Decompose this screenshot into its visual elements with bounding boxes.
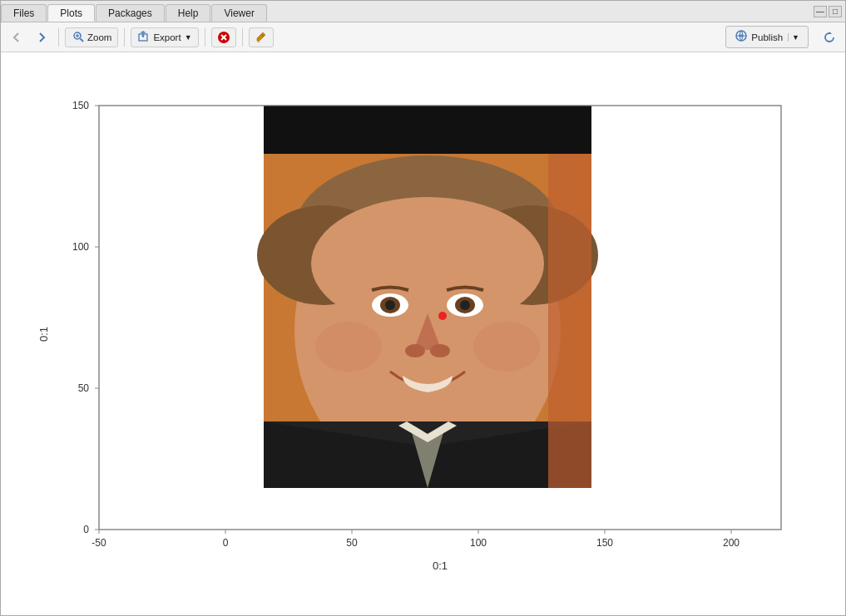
svg-point-39 <box>405 344 425 357</box>
tab-plots[interactable]: Plots <box>47 4 95 22</box>
window-controls: — □ <box>814 4 842 22</box>
zoom-icon <box>72 31 85 44</box>
x-tick-200: 200 <box>722 537 739 549</box>
tab-files[interactable]: Files <box>1 4 47 22</box>
back-icon <box>11 32 22 43</box>
svg-point-38 <box>460 300 470 310</box>
svg-point-32 <box>311 197 544 330</box>
svg-line-1 <box>80 39 83 42</box>
refresh-icon <box>823 31 836 44</box>
svg-rect-49 <box>264 106 591 154</box>
tab-packages[interactable]: Packages <box>96 4 165 22</box>
y-tick-100: 100 <box>72 241 88 253</box>
forward-button[interactable] <box>31 27 52 48</box>
tab-bar: Files Plots Packages Help Viewer — □ <box>1 1 845 22</box>
tab-spacer <box>268 4 814 22</box>
brush-button[interactable] <box>249 27 274 47</box>
publish-button[interactable]: Publish ▼ <box>725 26 809 48</box>
separator-2 <box>124 28 125 47</box>
x-tick-minus50: -50 <box>92 537 106 549</box>
y-axis-label: 0:1 <box>37 326 50 341</box>
x-axis-label: 0:1 <box>432 559 447 572</box>
clear-button[interactable] <box>211 27 236 47</box>
main-window: Files Plots Packages Help Viewer — □ <box>0 0 846 616</box>
back-button[interactable] <box>6 27 27 48</box>
publish-dropdown-arrow: ▼ <box>788 33 799 42</box>
toolbar: Zoom Export ▼ <box>1 22 845 52</box>
y-tick-0: 0 <box>83 524 89 535</box>
clear-icon <box>217 31 230 44</box>
zoom-button[interactable]: Zoom <box>65 27 118 47</box>
brush-icon <box>255 31 268 44</box>
plot-image <box>257 106 598 488</box>
svg-point-40 <box>430 344 450 357</box>
svg-point-42 <box>473 322 540 372</box>
publish-icon <box>735 29 748 45</box>
export-button[interactable]: Export ▼ <box>131 27 198 47</box>
y-tick-150: 150 <box>72 100 88 111</box>
y-tick-50: 50 <box>77 382 89 394</box>
svg-point-41 <box>315 322 382 372</box>
x-tick-150: 150 <box>596 537 612 549</box>
x-tick-100: 100 <box>469 537 486 549</box>
refresh-button[interactable] <box>819 27 840 48</box>
export-label: Export <box>153 32 181 42</box>
publish-label: Publish <box>751 32 783 42</box>
minimize-button[interactable]: — <box>814 6 827 17</box>
separator-3 <box>205 28 205 47</box>
separator-4 <box>242 28 243 47</box>
svg-point-48 <box>438 312 447 320</box>
separator-1 <box>58 28 59 47</box>
export-icon <box>137 31 151 44</box>
export-dropdown-icon: ▼ <box>185 33 192 42</box>
zoom-label: Zoom <box>87 32 111 42</box>
x-tick-50: 50 <box>346 537 358 549</box>
forward-icon <box>36 32 47 43</box>
tab-viewer[interactable]: Viewer <box>211 4 266 22</box>
plot-area: 0 50 100 150 0:1 -50 0 50 <box>1 52 845 615</box>
svg-rect-47 <box>548 151 591 488</box>
x-tick-0: 0 <box>222 537 228 549</box>
svg-point-37 <box>385 300 395 310</box>
plot-svg: 0 50 100 150 0:1 -50 0 50 <box>32 89 814 579</box>
maximize-button[interactable]: □ <box>829 6 842 17</box>
tab-help[interactable]: Help <box>166 4 211 22</box>
